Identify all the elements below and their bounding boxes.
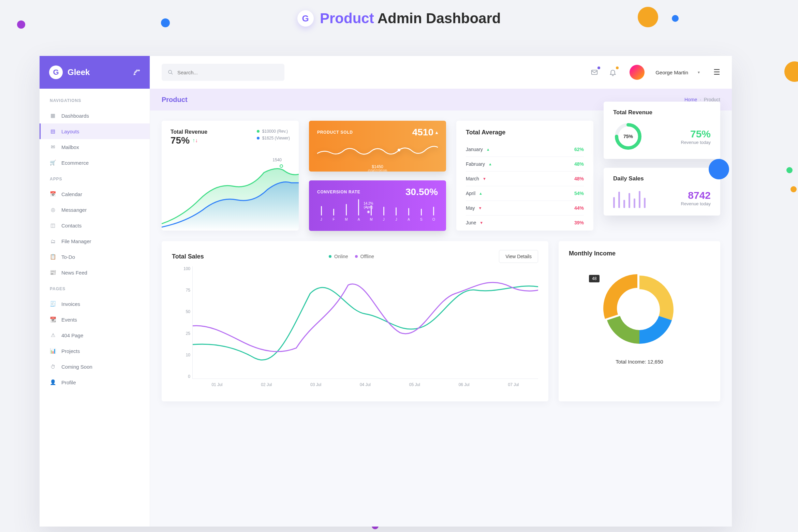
average-value: 48% (574, 176, 584, 181)
average-month: Fabruary (466, 161, 485, 167)
card-title: CONVERSION RATE (317, 190, 360, 194)
svg-point-0 (168, 70, 172, 73)
conversion-bar: J (392, 207, 400, 221)
main: George Martin ▾ ☰ Product Home · Product… (150, 56, 732, 527)
search-input[interactable] (177, 70, 278, 75)
sidebar-item-invoices[interactable]: 🧾Invoices (40, 296, 150, 312)
404-page-icon: ⚠ (50, 332, 56, 338)
conversion-bar: F (330, 209, 338, 221)
projects-icon: 📊 (50, 348, 56, 354)
side-column: Total Revenue 75% 75% (604, 121, 720, 231)
sidebar-item-dashboards[interactable]: ▦Dashboards (40, 108, 150, 123)
card-title: Total Revenue (171, 129, 207, 135)
mail-badge (597, 66, 600, 69)
product-sold-sub: $1450 (10/07/2018) (317, 164, 438, 172)
avatar[interactable] (630, 65, 645, 80)
sidebar-item-events[interactable]: 📆Events (40, 312, 150, 327)
arrow-up-icon: ▲ (486, 147, 490, 151)
x-tick: 05 Jul (409, 382, 420, 393)
sidebar-item-coming-soon[interactable]: ⏱Coming Soon (40, 359, 150, 374)
view-details-button[interactable]: View Details (499, 250, 538, 263)
card-title: Monthly Income (569, 250, 710, 257)
daily-bar (634, 198, 635, 208)
legend-dot-icon (257, 137, 260, 139)
nav-section-label: PAGES (40, 286, 150, 296)
daily-bar (613, 197, 615, 208)
profile-icon: 👤 (50, 379, 56, 385)
sidebar-item-profile[interactable]: 👤Profile (40, 374, 150, 390)
revenue-legend: $10000 (Rev.) $1625 (Viewer) (257, 129, 290, 141)
daily-sales-bars (613, 188, 646, 208)
sidebar-item-calendar[interactable]: 📅Calendar (40, 186, 150, 202)
events-icon: 📆 (50, 316, 56, 323)
mail-icon[interactable] (589, 66, 600, 78)
sidebar-item-news-feed[interactable]: 📰News Feed (40, 265, 150, 280)
sidebar-item-projects[interactable]: 📊Projects (40, 343, 150, 359)
product-sold-card: PRODUCT SOLD 4510▴ $1450 (10/07/2018) (309, 121, 446, 172)
user-name[interactable]: George Martin (655, 70, 688, 75)
x-tick: 01 Jul (211, 382, 222, 393)
y-tick: 0 (172, 374, 190, 379)
y-tick: 25 (172, 331, 190, 336)
sidebar-item-to-do[interactable]: 📋To-Do (40, 249, 150, 265)
average-value: 48% (574, 161, 584, 167)
mailbox-icon: ✉ (50, 144, 56, 150)
sidebar-item-file-manager[interactable]: 🗂File Manager (40, 233, 150, 249)
sidebar-item-label: Layouts (61, 129, 79, 134)
arrow-up-icon: ▲ (488, 162, 492, 166)
ring-percent: 75% (613, 121, 643, 151)
average-month: May (466, 205, 475, 211)
card-title: Total Sales (172, 253, 204, 260)
bell-badge (616, 66, 619, 69)
calendar-icon: 📅 (50, 191, 56, 197)
search-box[interactable] (162, 64, 284, 81)
arrow-up-icon: ↑ (192, 137, 195, 143)
daily-bar (644, 198, 646, 208)
sidebar-item-label: 404 Page (61, 332, 83, 338)
stats-row: Total Revenue 75% ↑↓ $10000 (Rev.) $1625… (162, 121, 720, 231)
daily-bar (639, 191, 640, 208)
average-value: 62% (574, 147, 584, 152)
sidebar-item-404-page[interactable]: ⚠404 Page (40, 327, 150, 343)
hamburger-icon[interactable]: ☰ (713, 68, 720, 77)
sidebar-item-mailbox[interactable]: ✉Mailbox (40, 139, 150, 155)
dashboards-icon: ▦ (50, 113, 56, 119)
side-revenue-value: 75% (681, 128, 711, 140)
news-feed-icon: 📰 (50, 269, 56, 276)
legend-dot-icon (355, 255, 358, 258)
sidebar-item-messanger[interactable]: ◎Messanger (40, 202, 150, 218)
peak-label: 1540 (272, 158, 282, 162)
contacts-icon: ◫ (50, 222, 56, 228)
bell-icon[interactable] (607, 66, 619, 78)
average-value: 44% (574, 205, 584, 211)
sales-legend: Online Offline (329, 254, 374, 259)
arrow-down-icon: ▼ (479, 221, 483, 225)
caret-up-icon: ▴ (435, 130, 438, 135)
average-month: March (466, 176, 479, 181)
product-sold-value: 4510▴ (412, 127, 438, 138)
decor-dot (709, 159, 729, 179)
sidebar-item-contacts[interactable]: ◫Contacts (40, 218, 150, 233)
legend-dot-icon (257, 130, 260, 133)
card-title: PRODUCT SOLD (317, 130, 353, 135)
average-row: June▼39% (466, 215, 584, 230)
invoices-icon: 🧾 (50, 301, 56, 307)
chevron-down-icon[interactable]: ▾ (698, 70, 700, 75)
sidebar-item-layouts[interactable]: ▤Layouts (40, 123, 150, 139)
revenue-ring-chart: 75% (613, 121, 643, 151)
sidebar-item-label: Coming Soon (61, 364, 92, 370)
sidebar-item-label: Contacts (61, 223, 82, 228)
side-total-revenue-card: Total Revenue 75% 75% (604, 102, 720, 159)
product-sold-sparkline (317, 140, 438, 164)
sidebar-item-ecommerce[interactable]: 🛒Ecommerce (40, 155, 150, 171)
sidebar-item-label: Calendar (61, 191, 82, 197)
y-tick: 10 (172, 353, 190, 357)
sidebar-item-label: News Feed (61, 270, 87, 276)
settings-icon[interactable] (133, 69, 140, 76)
conversion-bar: S (417, 209, 425, 221)
arrow-down-icon: ▼ (478, 206, 482, 210)
x-tick: 06 Jul (459, 382, 470, 393)
average-month: January (466, 147, 483, 152)
conversion-rate-card: CONVERSION RATE 30.50% 14.2% (April) ◉ J… (309, 180, 446, 231)
conversion-bar: J (380, 207, 388, 221)
